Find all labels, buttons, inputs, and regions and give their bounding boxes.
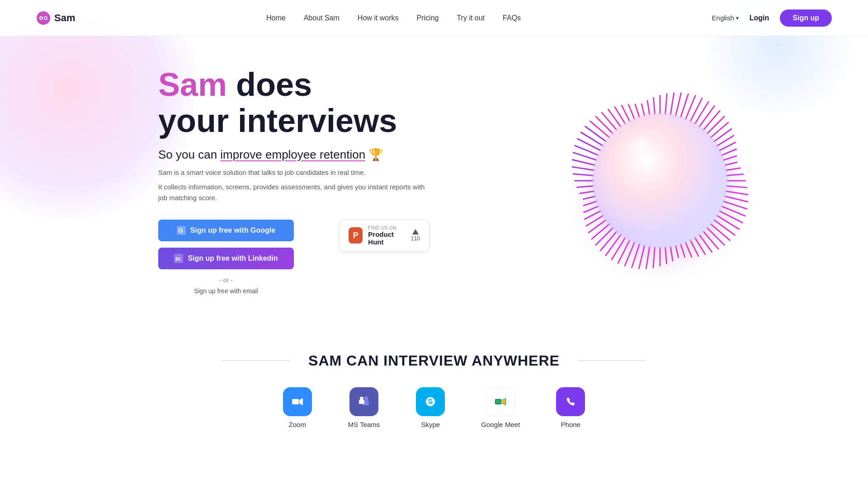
nav-links: Home About Sam How it works Pricing Try … bbox=[266, 14, 521, 22]
nav-tryout[interactable]: Try it out bbox=[457, 14, 485, 22]
svg-line-31 bbox=[726, 191, 748, 195]
svg-line-57 bbox=[606, 235, 621, 256]
svg-line-52 bbox=[639, 246, 644, 268]
hero-email-link[interactable]: Sign up free with email bbox=[158, 287, 294, 295]
gmeet-label: Google Meet bbox=[481, 421, 520, 428]
interview-title: SAM CAN INTERVIEW ANYWHERE bbox=[308, 352, 560, 369]
navbar: Sam Home About Sam How it works Pricing … bbox=[0, 0, 868, 36]
platform-zoom: Zoom bbox=[283, 387, 312, 428]
svg-line-86 bbox=[642, 104, 644, 116]
svg-point-3 bbox=[40, 17, 42, 19]
svg-line-38 bbox=[711, 224, 730, 240]
svg-line-88 bbox=[654, 98, 655, 114]
skype-icon bbox=[422, 394, 439, 410]
upvote-triangle-icon bbox=[412, 229, 419, 235]
product-hunt-find-label: FIND US ON bbox=[368, 225, 406, 230]
svg-line-51 bbox=[646, 247, 650, 268]
svg-line-25 bbox=[724, 156, 736, 160]
teams-icon-circle bbox=[349, 387, 378, 416]
svg-line-61 bbox=[589, 220, 606, 233]
svg-line-48 bbox=[665, 248, 667, 264]
svg-point-96 bbox=[360, 397, 363, 400]
platform-icons: Zoom MS Teams bbox=[36, 387, 832, 428]
svg-line-87 bbox=[647, 101, 650, 115]
language-selector[interactable]: English ▾ bbox=[712, 14, 739, 22]
svg-line-45 bbox=[681, 244, 685, 257]
nav-home[interactable]: Home bbox=[266, 14, 286, 22]
hero-left: Sam doesyour interviews So you can impro… bbox=[158, 67, 429, 294]
nav-faqs[interactable]: FAQs bbox=[503, 14, 521, 22]
chevron-down-icon: ▾ bbox=[736, 15, 739, 21]
language-label: English bbox=[712, 14, 734, 22]
svg-line-39 bbox=[708, 228, 725, 245]
svg-line-19 bbox=[708, 117, 725, 134]
svg-line-12 bbox=[676, 93, 681, 116]
teams-label: MS Teams bbox=[348, 421, 380, 428]
logo-link[interactable]: Sam bbox=[36, 11, 75, 25]
svg-line-67 bbox=[580, 191, 594, 193]
svg-line-11 bbox=[670, 93, 674, 115]
svg-line-60 bbox=[592, 224, 609, 239]
signup-google-button[interactable]: G Sign up free with Google bbox=[158, 220, 294, 241]
svg-line-50 bbox=[653, 248, 655, 268]
skype-label: Skype bbox=[421, 421, 440, 428]
zoom-icon-circle bbox=[283, 387, 312, 416]
platform-phone: Phone bbox=[556, 387, 585, 428]
linkedin-icon: in bbox=[174, 254, 183, 263]
svg-line-81 bbox=[608, 109, 621, 127]
hero-buttons: G Sign up free with Google in Sign up fr… bbox=[158, 220, 294, 269]
svg-line-27 bbox=[726, 168, 740, 170]
phone-label: Phone bbox=[561, 421, 580, 428]
phone-icon-circle bbox=[556, 387, 585, 416]
signup-nav-button[interactable]: Sign up bbox=[780, 9, 832, 27]
product-hunt-badge[interactable]: P FIND US ON Product Hunt 110 bbox=[339, 220, 429, 252]
hero-or: - or - bbox=[158, 277, 294, 284]
svg-line-56 bbox=[612, 238, 625, 260]
logo-icon bbox=[36, 11, 51, 25]
skype-icon-circle bbox=[416, 387, 445, 416]
svg-line-64 bbox=[584, 206, 599, 212]
product-hunt-icon: P bbox=[349, 227, 363, 244]
svg-point-0 bbox=[37, 11, 50, 25]
google-icon: G bbox=[177, 226, 186, 235]
product-hunt-name: Product Hunt bbox=[368, 230, 406, 246]
interview-section: SAM CAN INTERVIEW ANYWHERE Zoom bbox=[0, 325, 868, 465]
hero-section: Sam doesyour interviews So you can impro… bbox=[0, 36, 868, 325]
hero-sphere bbox=[592, 113, 728, 249]
section-divider-row: SAM CAN INTERVIEW ANYWHERE bbox=[36, 352, 832, 369]
logo-text: Sam bbox=[54, 12, 75, 24]
sphere-container bbox=[542, 63, 778, 298]
platform-teams: MS Teams bbox=[348, 387, 380, 428]
product-hunt-text: FIND US ON Product Hunt bbox=[368, 225, 406, 246]
svg-line-84 bbox=[628, 105, 634, 119]
svg-text:G: G bbox=[178, 227, 183, 234]
signup-linkedin-button[interactable]: in Sign up free with Linkedin bbox=[158, 248, 294, 269]
hero-subtitle: So you can improve employee retention 🏆 bbox=[158, 148, 429, 162]
svg-rect-103 bbox=[562, 394, 579, 410]
hero-title: Sam doesyour interviews bbox=[158, 67, 429, 138]
hero-description-line2: It collects information, screens, provid… bbox=[158, 182, 429, 203]
svg-rect-101 bbox=[496, 400, 500, 404]
svg-line-68 bbox=[577, 186, 593, 188]
gmeet-icon bbox=[492, 394, 509, 410]
nav-pricing[interactable]: Pricing bbox=[417, 14, 439, 22]
nav-right: English ▾ Login Sign up bbox=[712, 9, 832, 27]
teams-icon bbox=[356, 394, 372, 410]
svg-rect-90 bbox=[292, 399, 299, 404]
nav-how[interactable]: How it works bbox=[358, 14, 399, 22]
bottom-section bbox=[0, 465, 868, 488]
svg-line-59 bbox=[596, 228, 613, 245]
nav-about[interactable]: About Sam bbox=[304, 14, 340, 22]
zoom-icon bbox=[289, 394, 306, 410]
svg-line-28 bbox=[727, 174, 743, 176]
svg-line-83 bbox=[622, 105, 630, 121]
right-divider bbox=[578, 361, 646, 361]
svg-line-37 bbox=[714, 220, 735, 235]
svg-line-77 bbox=[585, 127, 606, 141]
login-button[interactable]: Login bbox=[750, 14, 769, 22]
svg-line-76 bbox=[581, 132, 603, 146]
product-hunt-count: 110 bbox=[411, 229, 420, 242]
svg-line-21 bbox=[714, 129, 731, 141]
hero-subtitle-underline: improve employee retention bbox=[220, 148, 365, 161]
svg-line-80 bbox=[602, 113, 617, 130]
